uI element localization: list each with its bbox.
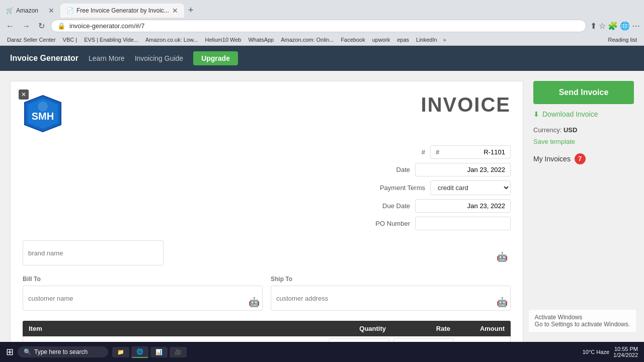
bookmark-icon[interactable]: ☆ [599, 21, 606, 31]
toolbar-icons: ⬆ ☆ 🧩 🌐 ⋯ [590, 21, 640, 31]
payment-terms-select[interactable]: credit card [430, 180, 511, 195]
brand-ai-icon[interactable]: 🤖 [497, 251, 508, 262]
taskbar-app-powerpoint[interactable]: 📊 [150, 347, 168, 357]
reload-button[interactable]: ↻ [36, 20, 47, 32]
bookmark-evs[interactable]: EVS | Enabling Vide... [81, 36, 141, 44]
bookmark-linkedin[interactable]: LinkedIn [413, 36, 440, 44]
smh-logo: SMH [23, 94, 63, 134]
invoicing-guide-link[interactable]: Invoicing Guide [135, 54, 184, 62]
main-layout: ✕ SMH INVOICE # # R-1101 D [0, 71, 644, 362]
invoice-tab-title: Free Invoice Generator by Invoic... [76, 7, 169, 14]
taskbar-time: 10:55 PM 1/24/2022 [613, 346, 638, 358]
weather-info: 10°C Haze [583, 349, 609, 355]
taskbar-apps: 📁 🌐 📊 🎥 [108, 346, 583, 358]
date-input[interactable] [415, 163, 511, 176]
reading-list[interactable]: Reading list [605, 36, 640, 44]
rate-col-header: Rate [390, 325, 450, 332]
start-button[interactable]: ⊞ [2, 344, 18, 359]
invoice-number-value: R-1101 [443, 148, 505, 156]
download-invoice-link[interactable]: ⬇ Download Invoice [533, 110, 634, 118]
back-button[interactable]: ← [4, 21, 16, 32]
tab-amazon[interactable]: 🛒 Amazon ✕ [0, 4, 60, 18]
customer-name-input[interactable] [23, 286, 263, 311]
my-invoices-badge: 7 [575, 153, 586, 164]
side-panel: Send Invoice ⬇ Download Invoice Currency… [533, 81, 634, 362]
address-bar[interactable]: 🔒 invoice-generator.com/#/7 [51, 20, 586, 32]
date-display: 1/24/2022 [613, 352, 638, 358]
ship-to-input-wrap: 🤖 [271, 286, 511, 311]
bookmark-whatsapp[interactable]: WhatsApp [245, 36, 277, 44]
currency-label: Currency: [533, 126, 561, 134]
invoice-number-row: # # R-1101 [23, 145, 511, 159]
bookmark-upwork[interactable]: upwork [369, 36, 393, 44]
svg-text:SMH: SMH [32, 111, 54, 122]
invoice-top: ✕ SMH INVOICE [23, 94, 511, 135]
remove-logo-button[interactable]: ✕ [19, 89, 29, 100]
due-date-input[interactable] [415, 199, 511, 213]
taskbar-app-chrome[interactable]: 🌐 [131, 346, 148, 358]
translate-icon[interactable]: 🌐 [620, 21, 630, 31]
customer-address-ai-icon[interactable]: 🤖 [497, 297, 508, 308]
invoice-meta: # # R-1101 Date Payment Terms credit car… [23, 145, 511, 230]
date-row: Date [23, 163, 511, 176]
invoice-favicon: 📄 [66, 7, 73, 14]
ship-to-col: Ship To 🤖 [271, 276, 511, 311]
bill-to-input-wrap: 🤖 [23, 286, 263, 311]
bookmarks-more[interactable]: » [441, 36, 448, 44]
lock-icon: 🔒 [57, 22, 65, 30]
taskbar: ⊞ 🔍 Type here to search 📁 🌐 📊 🎥 10°C Haz… [0, 342, 644, 362]
tab-invoice[interactable]: 📄 Free Invoice Generator by Invoic... ✕ [60, 4, 184, 18]
payment-terms-row: Payment Terms credit card [23, 180, 511, 195]
hash-symbol: # [436, 148, 439, 156]
invoice-title: INVOICE [421, 94, 511, 116]
customer-name-ai-icon[interactable]: 🤖 [249, 297, 260, 308]
time-display: 10:55 PM [613, 346, 638, 352]
extensions-icon[interactable]: 🧩 [608, 21, 618, 31]
invoice-number-label: # [375, 148, 425, 156]
my-invoices-row[interactable]: My Invoices 7 [533, 153, 634, 164]
ship-to-label: Ship To [271, 276, 511, 283]
billing-section: Bill To 🤖 Ship To 🤖 [23, 276, 511, 311]
bookmark-amazon-com[interactable]: Amazon.com: Onlin... [278, 36, 337, 44]
share-icon[interactable]: ⬆ [590, 21, 597, 31]
po-number-label: PO Number [360, 220, 410, 227]
invoice-tab-close[interactable]: ✕ [172, 7, 178, 15]
invoice-number-field[interactable]: # R-1101 [430, 145, 511, 159]
bookmark-daraz[interactable]: Daraz Seller Center [4, 36, 59, 44]
menu-icon[interactable]: ⋯ [632, 21, 640, 31]
bookmark-facebook[interactable]: Facebook [338, 36, 368, 44]
item-col-header: Item [29, 325, 321, 332]
currency-row: Currency: USD [533, 126, 634, 134]
taskbar-app-zoom[interactable]: 🎥 [170, 347, 187, 357]
invoice-panel: ✕ SMH INVOICE # # R-1101 D [10, 81, 523, 362]
save-template-link[interactable]: Save template [533, 138, 634, 145]
due-date-label: Due Date [360, 202, 410, 210]
amount-col-header: Amount [454, 325, 505, 332]
date-label: Date [360, 166, 410, 173]
taskbar-search[interactable]: 🔍 Type here to search [18, 346, 108, 357]
new-tab-button[interactable]: + [184, 3, 198, 18]
learn-more-link[interactable]: Learn More [89, 54, 125, 62]
address-bar-row: ← → ↻ 🔒 invoice-generator.com/#/7 ⬆ ☆ 🧩 … [0, 18, 644, 34]
po-number-input[interactable] [415, 217, 511, 230]
search-placeholder: Type here to search [34, 348, 88, 355]
due-date-row: Due Date [23, 199, 511, 213]
bookmarks-bar: Daraz Seller Center VBC | EVS | Enabling… [0, 34, 644, 46]
tab-bar: 🛒 Amazon ✕ 📄 Free Invoice Generator by I… [0, 0, 644, 18]
send-invoice-button[interactable]: Send Invoice [533, 81, 634, 104]
bookmark-amazon-uk[interactable]: Amazon.co.uk: Low... [142, 36, 201, 44]
bookmark-helium[interactable]: Helium10 Web [202, 36, 245, 44]
bill-to-col: Bill To 🤖 [23, 276, 263, 311]
brand-name-input[interactable] [23, 240, 164, 265]
forward-button[interactable]: → [20, 21, 32, 32]
bookmark-epas[interactable]: epas [394, 36, 412, 44]
svg-point-3 [38, 102, 48, 112]
payment-terms-label: Payment Terms [375, 184, 425, 192]
bookmark-vbc[interactable]: VBC | [60, 36, 80, 44]
taskbar-app-fileexplorer[interactable]: 📁 [112, 347, 129, 357]
app-nav: Invoice Generator Learn More Invoicing G… [0, 46, 644, 71]
customer-address-input[interactable] [271, 286, 511, 311]
po-number-row: PO Number [23, 217, 511, 230]
amazon-tab-close[interactable]: ✕ [48, 7, 54, 15]
upgrade-button[interactable]: Upgrade [193, 51, 238, 65]
